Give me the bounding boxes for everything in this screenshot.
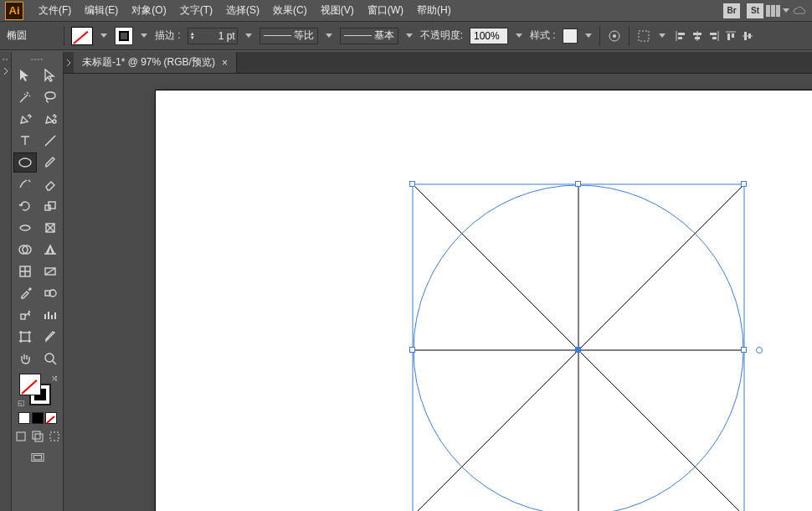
bridge-button[interactable]: Br <box>723 3 740 18</box>
perspective-grid-tool[interactable] <box>39 240 62 260</box>
free-transform-tool[interactable] <box>39 218 62 238</box>
sync-cloud-icon[interactable] <box>792 3 807 18</box>
variable-width-dropdown[interactable] <box>325 34 333 38</box>
shape-builder-tool[interactable] <box>13 240 37 260</box>
width-tool[interactable] <box>13 218 37 238</box>
close-tab-icon[interactable]: × <box>222 57 228 69</box>
toolbox-grip[interactable]: •••• <box>31 55 44 64</box>
eraser-tool[interactable] <box>39 174 62 194</box>
default-fill-stroke-icon[interactable]: ◱ <box>18 399 25 407</box>
align-right-icon[interactable] <box>707 28 722 44</box>
document-tab[interactable]: 未标题-1* @ 97% (RGB/预览) × <box>74 52 237 73</box>
column-graph-tool[interactable] <box>39 305 62 325</box>
opacity-dropdown[interactable] <box>515 34 523 38</box>
grip-dots-icon: •• <box>3 55 9 63</box>
svg-rect-10 <box>710 33 717 35</box>
menu-effect[interactable]: 效果(C) <box>266 0 314 21</box>
color-mode-gradient[interactable] <box>32 412 44 424</box>
draw-inside-icon[interactable] <box>47 429 62 444</box>
fill-stroke-control[interactable]: ⤭ ◱ <box>18 374 58 407</box>
type-tool[interactable] <box>13 131 37 151</box>
zoom-tool[interactable] <box>39 348 62 369</box>
tabstrip-expand[interactable] <box>64 52 74 74</box>
fill-color-box[interactable] <box>19 374 41 395</box>
paintbrush-tool[interactable] <box>39 152 62 173</box>
align-hcenter-icon[interactable] <box>690 28 705 44</box>
menu-view[interactable]: 视图(V) <box>314 0 361 21</box>
color-mode-none[interactable] <box>45 412 57 424</box>
align-top-icon[interactable] <box>723 28 738 44</box>
selection-handle-ne[interactable] <box>741 181 747 187</box>
selection-handle-e[interactable] <box>741 347 747 353</box>
live-shape-widget[interactable] <box>756 347 763 354</box>
brush-dropdown[interactable] <box>405 34 414 38</box>
align-left-icon[interactable] <box>673 28 688 44</box>
lasso-tool[interactable] <box>39 87 62 107</box>
menu-help[interactable]: 帮助(H) <box>410 0 458 21</box>
curvature-tool[interactable] <box>39 109 62 129</box>
style-dropdown[interactable] <box>584 34 593 38</box>
svg-rect-5 <box>678 37 682 39</box>
fill-dropdown[interactable] <box>100 34 108 38</box>
ellipse-tool[interactable] <box>13 152 37 173</box>
align-to-selection-icon[interactable] <box>636 28 651 44</box>
screen-mode-icon[interactable] <box>30 451 45 466</box>
mesh-tool[interactable] <box>13 261 37 281</box>
shaper-tool[interactable] <box>13 174 37 194</box>
center-anchor[interactable] <box>575 347 581 353</box>
menu-window[interactable]: 窗口(W) <box>361 0 410 21</box>
draw-behind-icon[interactable] <box>30 429 45 444</box>
align-vcenter-icon[interactable] <box>740 28 755 44</box>
opacity-field[interactable]: 100% <box>470 28 508 44</box>
chevron-right-icon <box>3 65 9 77</box>
brush-definition[interactable]: 基本 <box>340 28 398 44</box>
workspace[interactable] <box>64 74 812 511</box>
color-mode-solid[interactable] <box>18 412 30 424</box>
artboard[interactable] <box>156 90 812 511</box>
blend-tool[interactable] <box>39 283 62 303</box>
layout-icon <box>766 5 780 17</box>
symbol-sprayer-tool[interactable] <box>13 305 37 325</box>
selected-shape-label: 椭圆 <box>7 28 57 43</box>
color-mode-row <box>18 412 57 424</box>
graphic-style-swatch[interactable] <box>563 28 578 44</box>
stroke-weight-dropdown[interactable] <box>244 34 253 38</box>
hand-tool[interactable] <box>13 348 37 369</box>
selection-handle-nw[interactable] <box>409 181 415 187</box>
gradient-tool[interactable] <box>39 261 62 281</box>
selected-artwork[interactable] <box>413 184 744 511</box>
stroke-weight-stepper[interactable]: ▲▼ <box>190 32 195 40</box>
menu-select[interactable]: 选择(S) <box>219 0 266 21</box>
svg-point-1 <box>613 34 616 38</box>
stroke-weight-field[interactable]: ▲▼ 1 pt <box>188 28 238 44</box>
selection-handle-n[interactable] <box>575 181 581 187</box>
swap-fill-stroke-icon[interactable]: ⤭ <box>51 374 58 383</box>
stock-button[interactable]: St <box>747 3 763 18</box>
artboard-tool[interactable] <box>13 327 37 347</box>
stroke-dropdown[interactable] <box>140 34 148 38</box>
variable-width-profile[interactable]: 等比 <box>260 28 318 44</box>
menu-type[interactable]: 文字(T) <box>173 0 219 21</box>
magic-wand-tool[interactable] <box>13 87 37 107</box>
pen-tool[interactable] <box>13 109 37 129</box>
selection-handle-w[interactable] <box>409 347 415 353</box>
draw-normal-icon[interactable] <box>13 429 28 444</box>
rotate-tool[interactable] <box>13 196 37 216</box>
menu-edit[interactable]: 编辑(E) <box>78 0 125 21</box>
menu-object[interactable]: 对象(O) <box>125 0 172 21</box>
menu-file[interactable]: 文件(F) <box>32 0 78 21</box>
panel-collapse-strip[interactable]: •• <box>0 52 12 511</box>
align-to-dropdown[interactable] <box>658 34 666 38</box>
line-segment-tool[interactable] <box>39 131 62 151</box>
direct-selection-tool[interactable] <box>39 65 62 85</box>
scale-tool[interactable] <box>39 196 62 216</box>
draw-mode-row <box>13 429 62 444</box>
recolor-artwork-icon[interactable] <box>607 28 622 44</box>
slice-tool[interactable] <box>39 327 62 347</box>
workspace-switcher[interactable] <box>770 3 785 18</box>
selection-tool[interactable] <box>13 65 37 85</box>
stroke-swatch[interactable] <box>115 27 133 45</box>
fill-swatch[interactable] <box>71 27 93 45</box>
eyedropper-tool[interactable] <box>13 283 37 303</box>
opacity-value: 100% <box>474 30 500 42</box>
